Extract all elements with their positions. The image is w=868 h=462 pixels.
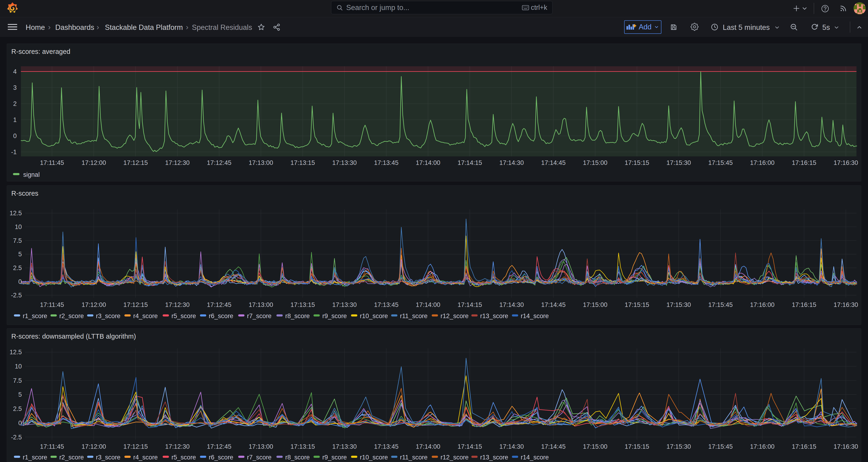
svg-text:r14_score: r14_score [521,312,549,319]
svg-text:r8_score: r8_score [285,454,310,461]
svg-text:17:15:45: 17:15:45 [708,301,733,308]
svg-text:r5_score: r5_score [172,312,196,319]
svg-text:17:11:45: 17:11:45 [40,159,64,166]
svg-text:2.5: 2.5 [13,405,22,412]
svg-text:17:14:45: 17:14:45 [541,443,566,450]
svg-text:17:14:15: 17:14:15 [458,443,482,450]
svg-text:17:16:00: 17:16:00 [750,301,775,308]
svg-text:17:15:45: 17:15:45 [708,159,733,166]
svg-text:17:12:30: 17:12:30 [165,301,190,308]
svg-text:17:14:45: 17:14:45 [541,301,566,308]
svg-text:17:11:45: 17:11:45 [40,301,64,308]
svg-text:17:15:15: 17:15:15 [625,159,649,166]
svg-text:17:15:15: 17:15:15 [625,301,649,308]
svg-text:17:14:30: 17:14:30 [499,443,524,450]
svg-text:17:15:30: 17:15:30 [666,159,691,166]
svg-text:r4_score: r4_score [133,312,158,319]
svg-text:r13_score: r13_score [480,312,508,319]
svg-text:17:12:30: 17:12:30 [165,159,190,166]
svg-text:17:13:30: 17:13:30 [332,159,357,166]
svg-text:17:15:15: 17:15:15 [625,443,649,450]
svg-text:17:13:30: 17:13:30 [332,443,357,450]
svg-text:2: 2 [13,100,17,107]
svg-text:r3_score: r3_score [96,312,121,319]
svg-text:r4_score: r4_score [133,454,158,461]
svg-text:17:13:15: 17:13:15 [290,159,315,166]
svg-text:17:12:00: 17:12:00 [82,443,106,450]
svg-text:1: 1 [13,116,17,123]
svg-text:-2.5: -2.5 [11,292,22,299]
svg-text:17:13:45: 17:13:45 [374,443,399,450]
svg-text:signal: signal [23,171,40,178]
svg-text:17:12:45: 17:12:45 [207,159,231,166]
svg-text:17:15:00: 17:15:00 [583,301,608,308]
svg-text:r7_score: r7_score [247,454,272,461]
svg-text:17:13:15: 17:13:15 [290,301,315,308]
svg-text:0: 0 [13,132,17,140]
svg-text:r12_score: r12_score [441,454,469,461]
svg-text:17:14:15: 17:14:15 [458,159,482,166]
svg-text:17:15:00: 17:15:00 [583,159,608,166]
svg-text:17:13:30: 17:13:30 [332,301,357,308]
svg-text:3: 3 [13,84,17,91]
svg-text:17:12:15: 17:12:15 [123,301,148,308]
svg-text:R-scores: R-scores [11,190,38,197]
svg-text:17:14:30: 17:14:30 [499,301,524,308]
svg-text:r12_score: r12_score [441,312,469,319]
svg-text:17:12:00: 17:12:00 [82,301,106,308]
svg-text:17:12:45: 17:12:45 [207,443,231,450]
svg-text:r11_score: r11_score [400,454,428,461]
svg-text:17:13:00: 17:13:00 [249,159,273,166]
svg-text:5: 5 [19,251,22,258]
svg-text:17:16:30: 17:16:30 [834,443,858,450]
svg-text:r2_score: r2_score [59,312,84,319]
svg-text:r1_score: r1_score [23,454,47,461]
svg-text:17:15:30: 17:15:30 [666,301,691,308]
svg-text:r6_score: r6_score [209,312,234,319]
svg-text:2.5: 2.5 [13,265,22,272]
svg-text:17:12:30: 17:12:30 [165,443,190,450]
svg-text:17:13:00: 17:13:00 [249,443,273,450]
svg-text:17:16:15: 17:16:15 [792,159,816,166]
svg-text:17:14:45: 17:14:45 [541,159,566,166]
svg-text:17:15:30: 17:15:30 [666,443,691,450]
svg-text:12.5: 12.5 [9,210,22,217]
svg-text:R-scores: downsampled (LTTB al: R-scores: downsampled (LTTB algorithm) [11,333,136,340]
svg-text:r7_score: r7_score [247,312,272,319]
svg-text:r1_score: r1_score [23,312,47,319]
svg-text:r10_score: r10_score [360,454,388,461]
svg-text:17:13:15: 17:13:15 [290,443,315,450]
svg-text:0: 0 [19,420,22,427]
svg-text:r9_score: r9_score [322,454,347,461]
svg-text:17:16:00: 17:16:00 [750,159,775,166]
svg-text:-2.5: -2.5 [11,434,22,441]
svg-text:17:13:45: 17:13:45 [374,159,399,166]
svg-text:17:14:30: 17:14:30 [499,159,524,166]
svg-text:17:16:00: 17:16:00 [750,443,775,450]
svg-text:r2_score: r2_score [59,454,84,461]
svg-text:17:14:00: 17:14:00 [416,443,440,450]
svg-text:17:16:30: 17:16:30 [834,159,858,166]
svg-text:17:16:15: 17:16:15 [792,301,816,308]
svg-text:r9_score: r9_score [322,312,347,319]
svg-text:17:14:15: 17:14:15 [458,301,482,308]
svg-text:4: 4 [13,68,17,75]
svg-text:17:14:00: 17:14:00 [416,159,440,166]
svg-text:r3_score: r3_score [96,454,121,461]
svg-text:r5_score: r5_score [172,454,196,461]
svg-text:17:16:30: 17:16:30 [834,301,858,308]
svg-text:17:13:00: 17:13:00 [249,301,273,308]
svg-text:17:12:15: 17:12:15 [123,159,148,166]
svg-text:r8_score: r8_score [285,312,310,319]
svg-text:5: 5 [19,391,22,398]
svg-text:R-scores: averaged: R-scores: averaged [11,48,70,55]
svg-text:17:13:45: 17:13:45 [374,301,399,308]
svg-text:17:12:00: 17:12:00 [82,159,106,166]
svg-text:r6_score: r6_score [209,454,234,461]
svg-text:17:12:45: 17:12:45 [207,301,231,308]
svg-text:17:16:15: 17:16:15 [792,443,816,450]
svg-text:r10_score: r10_score [360,312,388,319]
svg-text:r11_score: r11_score [400,312,428,319]
svg-text:17:15:00: 17:15:00 [583,443,608,450]
svg-text:10: 10 [15,223,22,230]
